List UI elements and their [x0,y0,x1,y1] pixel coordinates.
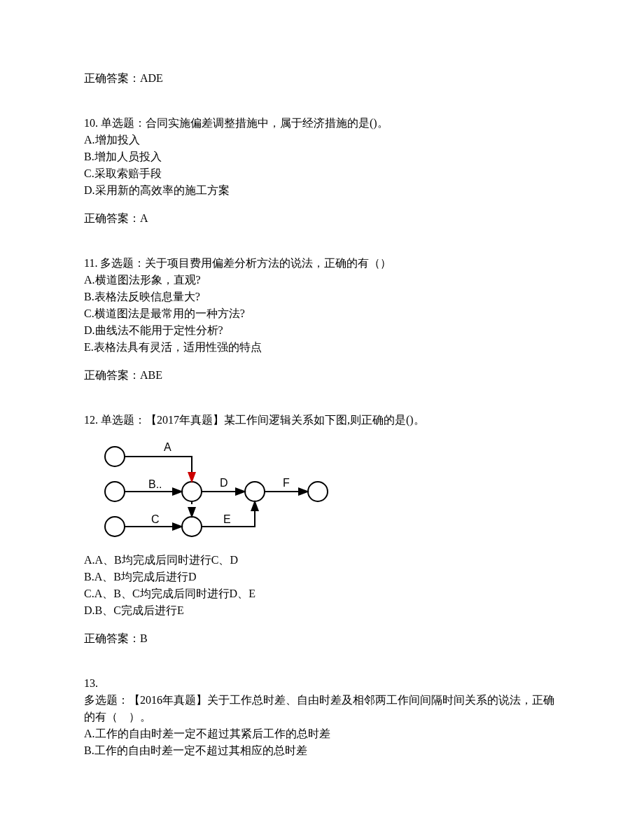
svg-point-1 [105,482,125,501]
q13-option-b: B.工作的自由时差一定不超过其相应的总时差 [84,742,560,759]
diagram-label-a: A [164,441,172,453]
q12-option-b: B.A、B均完成后进行D [84,569,560,585]
svg-point-2 [182,482,202,501]
q12-network-diagram: A B.. C D E F [94,436,339,548]
q11-option-a: A.横道图法形象，直观? [84,272,560,289]
question-11: 11. 多选题：关于项目费用偏差分析方法的说法，正确的有（） A.横道图法形象，… [84,255,560,384]
q12-option-c: C.A、B、C均完成后同时进行D、E [84,585,560,602]
svg-point-3 [245,482,265,501]
q13-option-a: A.工作的自由时差一定不超过其紧后工作的总时差 [84,725,560,742]
svg-point-0 [105,447,125,466]
q12-title: 12. 单选题：【2017年真题】某工作间逻辑关系如下图,则正确的是()。 [84,412,560,429]
q12-option-d: D.B、C完成后进行E [84,602,560,619]
answer-9-text: 正确答案：ADE [84,70,560,87]
diagram-svg: A B.. C D E F [94,436,339,548]
q10-option-d: D.采用新的高效率的施工方案 [84,182,560,199]
diagram-label-f: F [283,477,290,489]
q10-option-a: A.增加投入 [84,132,560,148]
q10-option-c: C.采取索赔手段 [84,165,560,182]
q13-title: 多选题：【2016年真题】关于工作总时差、自由时差及相邻两工作间间隔时间关系的说… [84,692,560,725]
q10-option-b: B.增加人员投入 [84,148,560,165]
q12-option-a: A.A、B均完成后同时进行C、D [84,552,560,569]
diagram-label-b: B.. [148,478,162,490]
svg-point-5 [105,517,125,536]
q11-answer: 正确答案：ABE [84,367,560,384]
q11-option-c: C.横道图法是最常用的一种方法? [84,305,560,322]
svg-point-4 [308,482,328,501]
question-10: 10. 单选题：合同实施偏差调整措施中，属于经济措施的是()。 A.增加投入 B… [84,115,560,227]
question-13: 13. 多选题：【2016年真题】关于工作总时差、自由时差及相邻两工作间间隔时间… [84,675,560,759]
q12-answer: 正确答案：B [84,630,560,647]
q13-header: 13. [84,675,560,692]
q10-title: 10. 单选题：合同实施偏差调整措施中，属于经济措施的是()。 [84,115,560,132]
q11-option-d: D.曲线法不能用于定性分析? [84,322,560,339]
question-12: 12. 单选题：【2017年真题】某工作间逻辑关系如下图,则正确的是()。 [84,412,560,647]
diagram-label-e: E [223,513,231,525]
diagram-label-d: D [220,477,228,489]
q11-option-b: B.表格法反映信息量大? [84,289,560,305]
q10-answer: 正确答案：A [84,210,560,227]
diagram-label-c: C [151,513,160,525]
answer-9-block: 正确答案：ADE [84,70,560,87]
q11-title: 11. 多选题：关于项目费用偏差分析方法的说法，正确的有（） [84,255,560,272]
svg-point-6 [182,517,202,536]
q11-option-e: E.表格法具有灵活，适用性强的特点 [84,339,560,356]
